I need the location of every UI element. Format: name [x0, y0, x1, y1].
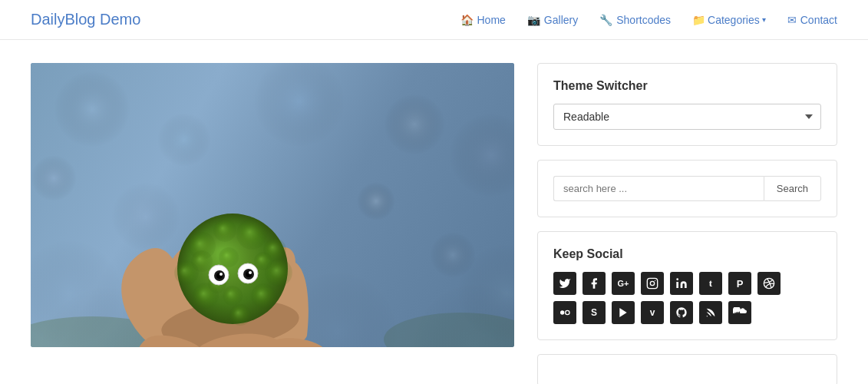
skype-icon[interactable]: S [583, 301, 606, 324]
sidebar: Theme Switcher Readable Cerulean Cosmo C… [537, 63, 837, 384]
svg-point-6 [566, 310, 569, 314]
theme-select[interactable]: Readable Cerulean Cosmo Cyborg Darkly Fl… [553, 104, 821, 130]
home-icon: 🏠 [460, 14, 474, 26]
search-input[interactable] [553, 176, 764, 201]
svg-marker-7 [619, 308, 626, 317]
facebook-icon[interactable] [583, 272, 606, 295]
chevron-down-icon: ▾ [762, 15, 766, 24]
social-row-2: S v [553, 301, 821, 324]
main-content: Theme Switcher Readable Cerulean Cosmo C… [0, 40, 868, 384]
svg-rect-0 [647, 278, 657, 288]
dribbble-icon[interactable] [757, 272, 781, 295]
svg-point-1 [650, 281, 654, 285]
nav-item-home[interactable]: 🏠 Home [460, 14, 506, 26]
search-widget: Search [537, 160, 837, 217]
nav-label-categories: Categories [708, 14, 760, 26]
nav-label-gallery: Gallery [544, 14, 578, 26]
social-widget: Keep Social G+ [537, 231, 837, 340]
nav-label-home: Home [477, 14, 506, 26]
envelope-icon: ✉ [787, 14, 797, 26]
main-nav: 🏠 Home 📷 Gallery 🔧 Shortcodes 📁 Categori… [460, 14, 838, 26]
search-row: Search [553, 176, 821, 201]
svg-point-3 [676, 278, 678, 280]
nav-item-categories[interactable]: 📁 Categories ▾ [692, 14, 766, 26]
github-icon[interactable] [670, 301, 693, 324]
rss-icon[interactable] [699, 301, 722, 324]
camera-icon: 📷 [527, 14, 540, 26]
folder-icon: 📁 [692, 14, 705, 26]
tool-icon: 🔧 [599, 14, 612, 26]
svg-point-5 [560, 310, 564, 314]
linkedin-icon[interactable] [670, 272, 693, 295]
social-row-1: G+ t P [553, 272, 821, 295]
social-grid: G+ t P [553, 272, 821, 324]
search-button[interactable]: Search [764, 176, 821, 201]
twitter-icon[interactable] [553, 272, 576, 295]
vimeo-icon[interactable]: v [641, 301, 664, 324]
bottom-widget-partial [537, 354, 837, 384]
nav-item-shortcodes[interactable]: 🔧 Shortcodes [599, 14, 671, 26]
svg-point-2 [655, 280, 655, 281]
nav-item-contact[interactable]: ✉ Contact [787, 14, 837, 26]
nav-item-gallery[interactable]: 📷 Gallery [527, 14, 578, 26]
svg-point-8 [707, 316, 708, 316]
pinterest-icon[interactable]: P [728, 272, 751, 295]
header: DailyBlog Demo 🏠 Home 📷 Gallery 🔧 Shortc… [0, 0, 868, 40]
nav-label-shortcodes: Shortcodes [616, 14, 671, 26]
site-title[interactable]: DailyBlog Demo [31, 11, 140, 28]
soundcloud-icon[interactable] [728, 301, 751, 324]
instagram-icon[interactable] [641, 272, 664, 295]
flickr-icon[interactable] [553, 301, 576, 324]
hero-image [31, 63, 514, 347]
tumblr-icon[interactable]: t [699, 272, 722, 295]
google-plus-icon[interactable]: G+ [612, 272, 635, 295]
social-widget-title: Keep Social [553, 247, 821, 261]
theme-switcher-widget: Theme Switcher Readable Cerulean Cosmo C… [537, 63, 837, 146]
nav-label-contact: Contact [800, 14, 837, 26]
youtube-icon[interactable] [612, 301, 635, 324]
theme-switcher-title: Theme Switcher [553, 79, 821, 93]
